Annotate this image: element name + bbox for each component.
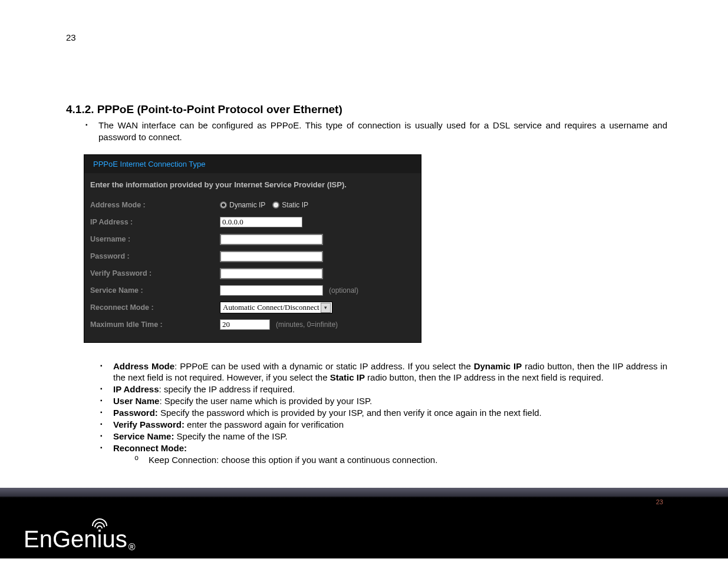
bullet-ip-address: IP Address: specify the IP address if re… (113, 384, 667, 395)
bullet-label-rm: Reconnect Mode: (113, 443, 187, 453)
wifi-icon (91, 518, 108, 528)
bullet-label-address-mode: Address Mode (113, 361, 174, 371)
chevron-down-icon: ▾ (321, 303, 331, 313)
logo-text-a: EnGen (24, 526, 97, 553)
bullet-label-sn: Service Name: (113, 431, 174, 441)
bullet-password: Password: Specify the password which is … (113, 407, 667, 419)
label-max-idle: Maximum Idle Time : (90, 320, 220, 329)
label-service-name: Service Name : (90, 286, 220, 295)
logo-text-b: us (102, 526, 127, 553)
input-service-name[interactable] (220, 285, 323, 296)
bullet-reconnect-mode: Reconnect Mode: Keep Connection: choose … (113, 442, 667, 466)
label-ip-address: IP Address : (90, 218, 220, 226)
registered-icon: ® (129, 542, 136, 553)
input-max-idle[interactable] (220, 319, 270, 330)
radio-label-static: Static IP (282, 201, 308, 209)
page-footer: 23 EnGeni us® (0, 488, 728, 558)
input-username[interactable] (220, 234, 323, 245)
bullet-text-user: : Specify the user name which is provide… (159, 396, 372, 406)
text-am-1: : PPPoE can be used with a dynamic or st… (174, 361, 474, 371)
label-reconnect-mode: Reconnect Mode : (90, 303, 220, 312)
page-number-top: 23 (66, 32, 76, 42)
bullet-text-ip: : specify the IP address if required. (159, 384, 295, 394)
panel-description: Enter the information provided by your I… (90, 180, 415, 189)
text-am-3: radio button, then the IP address in the… (365, 372, 604, 382)
config-panel: PPPoE Internet Connection Type Enter the… (84, 154, 421, 343)
bullet-label-vpw: Verify Password: (113, 419, 185, 429)
bullet-label-ip: IP Address (113, 384, 159, 394)
label-username: Username : (90, 235, 220, 243)
hint-max-idle: (minutes, 0=infinite) (276, 320, 338, 329)
bullet-service-name: Service Name: Specify the name of the IS… (113, 431, 667, 442)
bullet-label-pw: Password: (113, 408, 158, 418)
input-password[interactable] (220, 251, 323, 262)
bullet-verify-password: Verify Password: enter the password agai… (113, 419, 667, 431)
radio-dynamic-ip[interactable] (220, 201, 227, 209)
logo-i: i (97, 526, 103, 553)
input-ip-address[interactable] (220, 217, 302, 227)
hint-service-name: (optional) (329, 286, 358, 295)
label-address-mode: Address Mode : (90, 201, 220, 209)
radio-label-dynamic: Dynamic IP (229, 201, 265, 209)
page-number-footer: 23 (656, 498, 663, 505)
panel-title: PPPoE Internet Connection Type (84, 155, 421, 173)
bullet-text-sn: Specify the name of the ISP. (174, 431, 287, 441)
text-am-b2: Static IP (330, 372, 365, 382)
bullet-text-vpw: enter the password again for verificatio… (185, 419, 344, 429)
radio-static-ip[interactable] (272, 201, 279, 209)
input-verify-password[interactable] (220, 268, 323, 279)
select-reconnect-mode[interactable]: Automatic Connect/Disconnect ▾ (220, 302, 332, 313)
bullet-text-pw: Specify the password which is provided b… (158, 408, 542, 418)
label-verify-password: Verify Password : (90, 269, 220, 277)
intro-text: The WAN interface can be configured as P… (98, 120, 667, 144)
text-am-b1: Dynamic IP (474, 361, 522, 371)
bullet-label-user: User Name (113, 396, 159, 406)
footer-divider (0, 488, 728, 497)
bullet-address-mode: Address Mode: PPPoE can be used with a d… (113, 361, 667, 384)
section-heading: 4.1.2. PPPoE (Point-to-Point Protocol ov… (66, 103, 667, 116)
bullet-user-name: User Name: Specify the user name which i… (113, 395, 667, 407)
select-reconnect-value: Automatic Connect/Disconnect (223, 303, 319, 312)
brand-logo: EnGeni us® (24, 526, 135, 553)
subbullet-keep-connection: Keep Connection: choose this option if y… (149, 454, 667, 466)
label-password: Password : (90, 252, 220, 260)
